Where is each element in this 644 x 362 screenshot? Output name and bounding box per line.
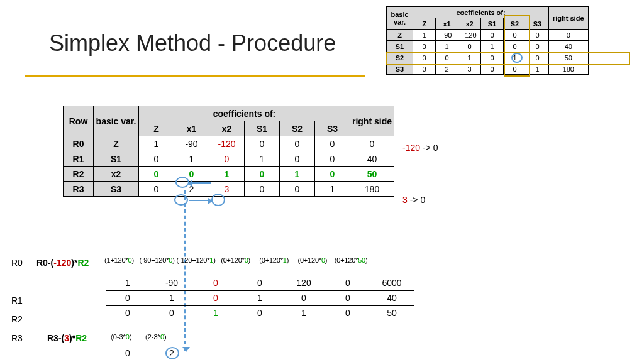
main-row: R1 S1 0 1 0 1 0 0 40	[64, 151, 394, 167]
cell: 0	[315, 136, 350, 151]
cell: 0	[350, 136, 394, 151]
row-label: R0	[64, 136, 94, 151]
arrow-down	[184, 190, 186, 351]
rowops-values-r3: 0 2	[106, 346, 414, 361]
main-hdr-right: right side	[350, 106, 394, 136]
val: 1	[150, 290, 194, 305]
cell: 0	[280, 182, 315, 197]
cell: 0	[139, 167, 174, 182]
mini-row: S2 0 0 1 0 1 0 50	[387, 52, 589, 63]
main-hdr-x1: x1	[174, 121, 209, 136]
mini-hdr-x2: x2	[458, 18, 481, 30]
basic-var: S3	[94, 182, 139, 197]
main-row: R2 x2 0 0 1 0 1 0 50	[64, 167, 394, 182]
mini-cell: 1	[504, 52, 526, 63]
cell: 180	[350, 182, 394, 197]
mini-cell: 0	[413, 63, 436, 75]
main-hdr-S1: S1	[245, 121, 280, 136]
val: 0	[194, 275, 238, 290]
val: 50	[370, 305, 414, 321]
val: 1	[238, 290, 282, 305]
val: 0	[282, 290, 326, 305]
mini-hdr-Z: Z	[413, 18, 436, 30]
main-hdr-coeff: coefficients of:	[139, 106, 350, 121]
mini-cell: 0	[481, 63, 504, 75]
main-row: R0 Z 1 -90 -120 0 0 0 0	[64, 136, 394, 151]
basic-var: S1	[94, 151, 139, 167]
val: 0	[194, 290, 238, 305]
mini-cell: -120	[458, 30, 481, 41]
mini-cell: 0	[504, 63, 526, 75]
mini-hdr-S3: S3	[526, 18, 549, 30]
cell: 0	[280, 136, 315, 151]
note-r0: -120 -> 0	[402, 143, 438, 153]
mini-cell: 40	[549, 41, 589, 52]
val: 1	[194, 305, 238, 321]
mini-hdr-coeff: coefficients of:	[413, 7, 549, 18]
main-hdr-x2: x2	[209, 121, 245, 136]
val: 1	[282, 305, 326, 321]
mini-hdr-S1: S1	[481, 18, 504, 30]
val: 0	[238, 305, 282, 321]
mini-hdr-right: right side	[549, 7, 589, 30]
cell: -120	[209, 136, 245, 151]
cell: 1	[209, 167, 245, 182]
mini-bv: S3	[387, 63, 413, 75]
mini-hdr-basic: basic var.	[387, 7, 413, 30]
cell: 0	[245, 182, 280, 197]
mini-cell: 3	[458, 63, 481, 75]
cell: 0	[315, 151, 350, 167]
mini-cell: 0	[413, 52, 436, 63]
val: 40	[370, 290, 414, 305]
main-hdr-row: Row	[64, 106, 94, 136]
cell: 50	[350, 167, 394, 182]
cell: 0	[315, 167, 350, 182]
row-label: R1	[64, 151, 94, 167]
val: 120	[282, 275, 326, 290]
cell: -90	[174, 136, 209, 151]
cell: 1	[315, 182, 350, 197]
rowop-label-r3: R3	[11, 333, 23, 343]
mini-row: Z 1 -90 -120 0 0 0 0	[387, 30, 589, 41]
mini-cell: 0	[436, 52, 458, 63]
rowop-label-r0: R0	[11, 258, 23, 268]
val: 0	[106, 305, 150, 321]
formula-r3: (0-3*0) (2-3*0)	[111, 333, 167, 341]
cell: 0	[280, 151, 315, 167]
result-row-r2: 0 0 1 0 1 0 50	[106, 305, 414, 321]
result-row-r0: 1 -90 0 0 120 0 6000	[106, 275, 414, 290]
main-hdr-basic: basic var.	[94, 106, 139, 136]
cell: 0	[209, 151, 245, 167]
mini-cell: 0	[549, 30, 589, 41]
cell: 0	[139, 182, 174, 197]
mini-cell: 1	[481, 41, 504, 52]
mini-cell: 1	[436, 41, 458, 52]
title-underline	[25, 75, 365, 77]
val: 0	[326, 305, 370, 321]
cell: 0	[245, 136, 280, 151]
rowop-label-r1: R1	[11, 295, 23, 305]
mini-cell: 0	[504, 41, 526, 52]
row-label: R2	[64, 167, 94, 182]
mini-cell: 0	[413, 41, 436, 52]
cell: 0	[174, 167, 209, 182]
result-row-r3: 0 2	[106, 346, 414, 361]
val: 0	[326, 275, 370, 290]
note-r3: 3 -> 0	[402, 195, 425, 205]
formula-r0: (1+120*0) (-90+120*0) (-120+120*1) (0+12…	[104, 256, 368, 264]
mini-cell: 0	[458, 41, 481, 52]
mini-tableau: basic var. coefficients of: right side Z…	[386, 6, 589, 75]
mini-cell: 1	[413, 30, 436, 41]
cell: 1	[245, 151, 280, 167]
main-row: R3 S3 0 2 3 0 0 1 180	[64, 182, 394, 197]
cell: 3	[209, 182, 245, 197]
main-hdr-S2: S2	[280, 121, 315, 136]
mini-cell: 1	[458, 52, 481, 63]
cell: 0	[245, 167, 280, 182]
cell: 0	[139, 151, 174, 167]
basic-var: x2	[94, 167, 139, 182]
mini-cell: 180	[549, 63, 589, 75]
mini-cell: 0	[504, 30, 526, 41]
val: 6000	[370, 275, 414, 290]
cell: 1	[139, 136, 174, 151]
